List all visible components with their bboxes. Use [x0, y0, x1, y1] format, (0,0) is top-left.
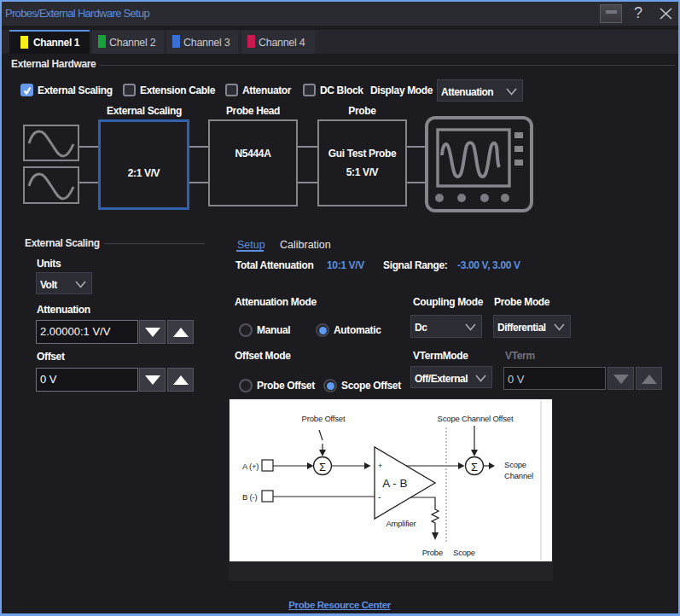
svg-text:A - B: A - B — [382, 477, 407, 490]
svg-text:B (-): B (-) — [242, 492, 258, 502]
svg-text:Scope: Scope — [453, 548, 475, 557]
svg-text:Scope: Scope — [504, 460, 526, 469]
svg-text:Probe Offset: Probe Offset — [302, 414, 346, 423]
svg-text:A (+): A (+) — [242, 462, 259, 471]
svg-text:Channel: Channel — [504, 471, 533, 480]
svg-text:+: + — [378, 462, 382, 470]
svg-text:Probe: Probe — [422, 548, 443, 557]
svg-text:Σ: Σ — [471, 461, 478, 474]
svg-text:Scope Channel Offset: Scope Channel Offset — [438, 414, 514, 423]
svg-text:Σ: Σ — [319, 461, 326, 474]
svg-text:-: - — [378, 492, 381, 502]
svg-text:Amplifier: Amplifier — [386, 519, 416, 528]
